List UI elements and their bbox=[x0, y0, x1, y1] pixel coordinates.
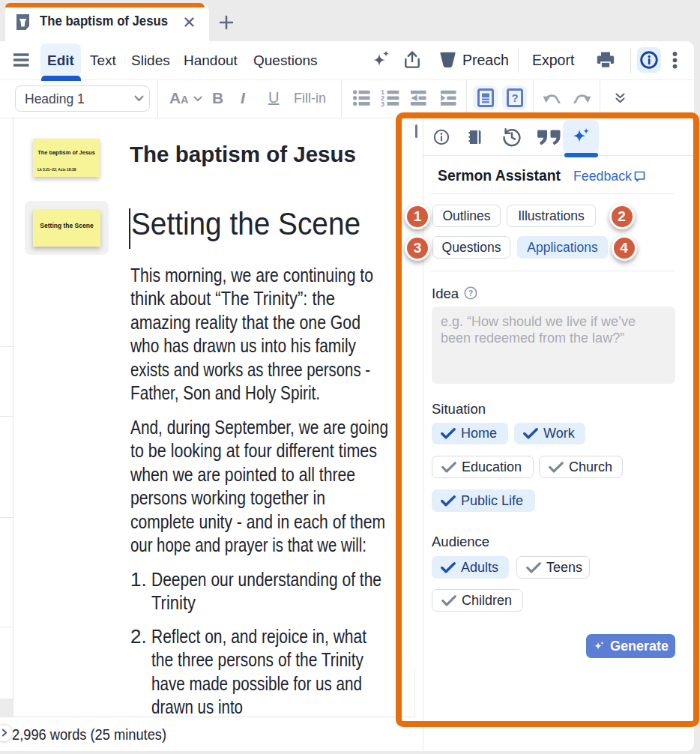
svg-text:?: ? bbox=[511, 91, 518, 104]
svg-text:3: 3 bbox=[381, 100, 384, 106]
